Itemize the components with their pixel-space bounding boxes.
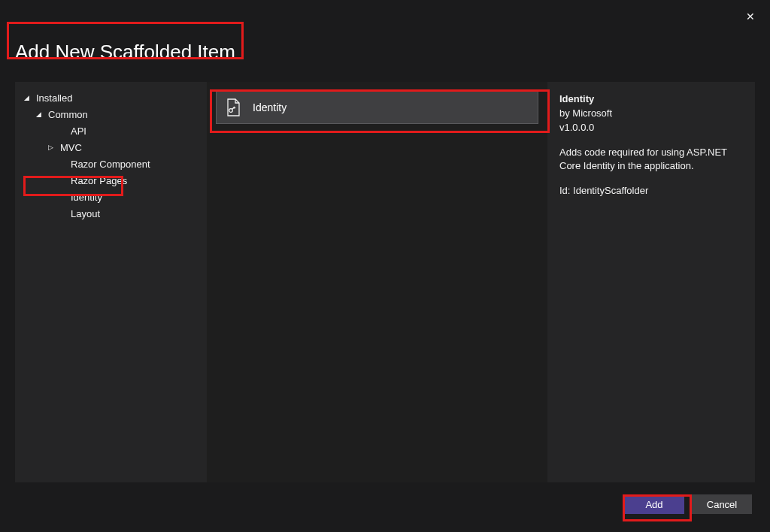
sidebar: ◢ Installed ◢ Common API ▷ MVC Razor Com…	[15, 82, 207, 482]
tree-label: Layout	[71, 208, 100, 219]
details-panel: Identity by Microsoft v1.0.0.0 Adds code…	[547, 82, 755, 482]
titlebar: ✕	[0, 0, 770, 27]
tree-item-mvc[interactable]: ▷ MVC	[21, 139, 201, 156]
cancel-button[interactable]: Cancel	[692, 494, 752, 514]
tree-label: Identity	[71, 192, 102, 203]
add-button[interactable]: Add	[624, 494, 684, 514]
chevron-right-icon: ▷	[48, 144, 57, 151]
details-id: Id: IdentityScaffolder	[559, 184, 743, 198]
tree-label: Common	[48, 109, 88, 120]
template-list: Identity	[207, 82, 547, 482]
dialog-footer: Add Cancel	[0, 482, 770, 532]
identity-file-icon	[224, 98, 242, 116]
tree-label: MVC	[60, 142, 82, 153]
chevron-down-icon: ◢	[36, 110, 45, 118]
scaffold-dialog: ✕ Add New Scaffolded Item ◢ Installed ◢ …	[0, 0, 770, 532]
tree-label: Razor Component	[71, 159, 150, 170]
details-version: v1.0.0.0	[559, 121, 743, 135]
list-item-identity[interactable]: Identity	[216, 91, 538, 124]
tree-label: Installed	[36, 92, 72, 104]
close-button[interactable]: ✕	[740, 6, 761, 27]
chevron-down-icon: ◢	[24, 94, 33, 101]
close-icon: ✕	[746, 11, 755, 23]
content-area: ◢ Installed ◢ Common API ▷ MVC Razor Com…	[0, 74, 770, 482]
tree-item-razor-component[interactable]: Razor Component	[21, 156, 201, 172]
details-header: Identity by Microsoft v1.0.0.0	[559, 92, 743, 135]
tree-label: API	[71, 125, 86, 137]
details-author: by Microsoft	[559, 107, 743, 121]
tree-item-installed[interactable]: ◢ Installed	[21, 89, 201, 106]
tree-item-api[interactable]: API	[21, 122, 201, 139]
tree-item-layout[interactable]: Layout	[21, 205, 201, 222]
list-item-label: Identity	[253, 101, 286, 113]
details-description: Adds code required for using ASP.NET Cor…	[559, 146, 743, 174]
dialog-title: Add New Scaffolded Item	[15, 41, 755, 64]
details-title: Identity	[559, 92, 743, 107]
tree-item-identity[interactable]: Identity	[21, 189, 201, 205]
tree-item-common[interactable]: ◢ Common	[21, 106, 201, 122]
title-area: Add New Scaffolded Item	[0, 27, 770, 74]
tree-label: Razor Pages	[71, 175, 127, 186]
tree-item-razor-pages[interactable]: Razor Pages	[21, 172, 201, 189]
